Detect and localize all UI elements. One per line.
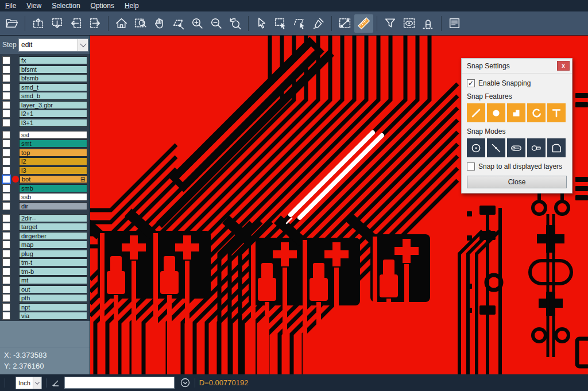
layer-visibility-checkbox[interactable]: [2, 101, 10, 109]
zoom-object-button[interactable]: [169, 14, 188, 33]
apply-refresh-icon[interactable]: [180, 377, 191, 388]
angle-measure-icon[interactable]: [51, 378, 62, 388]
enable-snapping-checkbox[interactable]: ✓: [467, 79, 475, 87]
snap-feature-text-button[interactable]: [547, 103, 566, 122]
layer-visibility-checkbox[interactable]: [2, 149, 10, 157]
close-icon[interactable]: x: [557, 61, 570, 71]
layer-visibility-checkbox[interactable]: [2, 74, 10, 82]
pan-right-button[interactable]: [86, 14, 105, 33]
zoom-in-button[interactable]: [188, 14, 207, 33]
layer-label[interactable]: l3: [19, 167, 87, 175]
menu-help[interactable]: Help: [119, 1, 144, 11]
layer-label[interactable]: out: [19, 285, 87, 293]
chevron-down-icon[interactable]: [33, 377, 41, 389]
layer-label[interactable]: dirgerber: [19, 232, 87, 240]
filter-button[interactable]: [381, 14, 400, 33]
pan-up-button[interactable]: [29, 14, 48, 33]
all-layers-row[interactable]: Snap to all displayed layers: [467, 162, 567, 171]
chevron-down-icon[interactable]: [78, 39, 88, 51]
layer-label[interactable]: fx: [19, 56, 87, 64]
layer-label[interactable]: l3+1: [19, 119, 87, 127]
measure-ruler-button[interactable]: [354, 14, 373, 33]
snap-mode-center-button[interactable]: [467, 138, 485, 157]
layer-label[interactable]: smb: [19, 184, 87, 192]
layer-label[interactable]: 2dir--: [19, 214, 87, 222]
layer-label[interactable]: pth: [19, 294, 87, 302]
layer-label[interactable]: bfsmt: [19, 65, 87, 73]
zoom-window-button[interactable]: [131, 14, 150, 33]
menu-options[interactable]: Options: [86, 1, 119, 11]
select-rect-button[interactable]: [271, 14, 290, 33]
layer-visibility-checkbox[interactable]: [2, 303, 10, 311]
layer-label[interactable]: mt: [19, 276, 87, 284]
layer-visibility-checkbox[interactable]: [2, 223, 10, 231]
select-poly-button[interactable]: [290, 14, 309, 33]
zoom-previous-button[interactable]: [226, 14, 245, 33]
layer-label[interactable]: ssb: [19, 193, 87, 201]
layer-visibility-checkbox[interactable]: [2, 214, 10, 222]
layer-visibility-checkbox[interactable]: [2, 83, 10, 91]
layer-visibility-checkbox[interactable]: [2, 202, 10, 210]
clean-button[interactable]: [309, 14, 328, 33]
zoom-out-button[interactable]: [207, 14, 226, 33]
layers-panel-button[interactable]: [445, 14, 464, 33]
layer-label[interactable]: layer_3.gbr: [19, 101, 87, 109]
zoom-home-button[interactable]: [112, 14, 131, 33]
open-button[interactable]: [2, 14, 21, 33]
layer-visibility-checkbox[interactable]: [2, 276, 10, 284]
layer-visibility-checkbox[interactable]: [2, 131, 10, 139]
layer-visibility-checkbox[interactable]: [2, 241, 10, 249]
enable-snapping-row[interactable]: ✓ Enable Snapping: [467, 79, 567, 87]
snap-feature-surface-button[interactable]: [507, 103, 525, 122]
layer-label[interactable]: bfsmb: [19, 74, 87, 82]
layer-visibility-checkbox[interactable]: [2, 184, 10, 192]
layer-visibility-checkbox[interactable]: [2, 167, 10, 175]
layer-visibility-checkbox[interactable]: [2, 268, 10, 276]
layer-label[interactable]: tm-t: [19, 258, 87, 266]
snap-mode-pill-button[interactable]: [527, 138, 546, 157]
snap-mode-end-button[interactable]: [507, 138, 525, 157]
dialog-titlebar[interactable]: Snap Settings x: [462, 59, 572, 73]
layer-label[interactable]: plug: [19, 250, 87, 258]
step-select[interactable]: edit: [18, 38, 88, 52]
all-layers-checkbox[interactable]: [467, 162, 475, 171]
menu-view[interactable]: View: [21, 1, 47, 11]
pan-hand-button[interactable]: [150, 14, 169, 33]
layer-visibility-checkbox[interactable]: [2, 285, 10, 293]
layer-label[interactable]: smd_t: [19, 83, 87, 91]
layer-visibility-checkbox[interactable]: [2, 56, 10, 64]
close-button[interactable]: Close: [467, 176, 567, 188]
view-options-button[interactable]: [400, 14, 419, 33]
menu-file[interactable]: File: [0, 1, 21, 11]
layer-label[interactable]: l2: [19, 157, 87, 165]
snap-mode-point-button[interactable]: [487, 138, 505, 157]
snap-feature-arc-button[interactable]: [527, 103, 546, 122]
layer-label[interactable]: via: [19, 312, 87, 320]
layer-label[interactable]: npt: [19, 303, 87, 311]
layer-label[interactable]: map: [19, 241, 87, 249]
layer-visibility-checkbox[interactable]: [2, 175, 11, 184]
layer-label[interactable]: tm-b: [19, 268, 87, 276]
layer-visibility-checkbox[interactable]: [2, 110, 10, 118]
menu-selection[interactable]: Selection: [47, 1, 85, 11]
select-arrow-button[interactable]: [252, 14, 271, 33]
snap-feature-pad-button[interactable]: [487, 103, 505, 122]
layer-label[interactable]: smt: [19, 140, 87, 148]
layer-visibility-checkbox[interactable]: [2, 92, 10, 100]
layer-visibility-checkbox[interactable]: [2, 258, 10, 266]
layer-label[interactable]: l2+1: [19, 110, 87, 118]
layer-label[interactable]: top: [19, 149, 87, 157]
layer-visibility-checkbox[interactable]: [2, 65, 10, 73]
unit-select[interactable]: Inch: [16, 377, 42, 389]
layer-visibility-checkbox[interactable]: [2, 250, 10, 258]
layer-visibility-checkbox[interactable]: [2, 312, 10, 320]
layer-visibility-checkbox[interactable]: [2, 232, 10, 240]
layer-label[interactable]: sst: [19, 131, 87, 139]
snap-mode-contour-button[interactable]: [547, 138, 566, 157]
layer-visibility-checkbox[interactable]: [2, 294, 10, 302]
pan-down-button[interactable]: [48, 14, 67, 33]
layer-label[interactable]: bot⊞: [20, 175, 87, 183]
snap-button[interactable]: [419, 14, 438, 33]
measure-line-button[interactable]: [335, 14, 354, 33]
layer-label[interactable]: smd_b: [19, 92, 87, 100]
